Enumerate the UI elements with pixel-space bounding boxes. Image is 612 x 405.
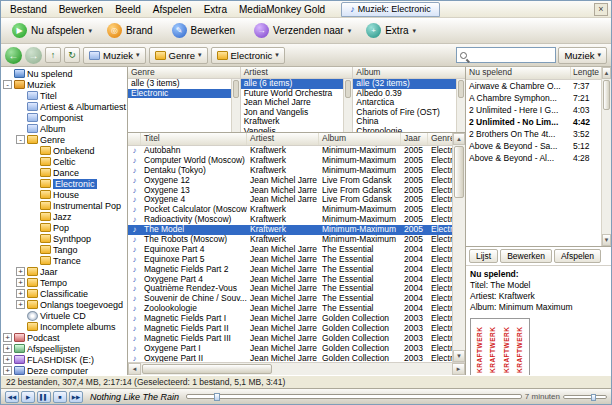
table-horizontal-scrollbar[interactable]: ◄ ► (128, 362, 465, 375)
volume-thumb[interactable] (591, 394, 596, 401)
tree-expander-icon[interactable]: + (3, 366, 12, 375)
scrollbar-thumb[interactable] (454, 146, 464, 198)
breadcrumb-dropdown[interactable]: Electronic ▾ (211, 47, 285, 64)
filter-header-artist[interactable]: Artiest (241, 67, 353, 79)
now-playing-item[interactable]: Airwave & Chambre O... 7:37 (466, 80, 601, 92)
menu-afspelen[interactable]: Afspelen (147, 3, 198, 16)
table-row[interactable]: ♪ Oxygene 4 Jean Michel Jarre Live From … (128, 195, 452, 205)
toolbar-button[interactable]: ◎ Brand (100, 20, 164, 41)
tree-item[interactable]: + Classificatie (1, 288, 127, 299)
tree-item[interactable]: Tango (1, 244, 127, 255)
scroll-down-icon[interactable]: ▼ (602, 234, 611, 246)
info-tab[interactable]: Afspelen (554, 249, 601, 263)
filter-item[interactable]: Antarctica (353, 98, 465, 108)
filter-item[interactable]: alle (32 items) (353, 79, 465, 89)
search-scope-dropdown[interactable]: Muziek ▾ (558, 47, 607, 64)
toolbar-button[interactable]: + Extra ▾ (359, 20, 423, 41)
table-row[interactable]: ♪ Quatrième Rendez-Vous Jean Michel Jarr… (128, 284, 452, 294)
scrollbar-track[interactable] (453, 199, 465, 350)
tree-expander-icon[interactable]: + (3, 355, 12, 364)
table-row[interactable]: ♪ Computer World (Moscow) Kraftwerk Mini… (128, 156, 452, 166)
scrollbar-thumb[interactable] (603, 80, 610, 110)
tree-item[interactable]: + FLASHDISK (E:) (1, 354, 127, 365)
scroll-up-icon[interactable]: ▲ (602, 67, 611, 79)
scrollbar-thumb[interactable] (233, 80, 239, 98)
tree-item[interactable]: + Tempo (1, 277, 127, 288)
filter-item[interactable]: Albedo 0.39 (353, 89, 465, 99)
tree-item[interactable]: Electronic (1, 178, 127, 189)
menu-beeld[interactable]: Beeld (109, 3, 147, 16)
tree-item[interactable]: + Onlangs toegevoegd (1, 299, 127, 310)
scrollbar-track[interactable] (273, 363, 452, 375)
table-row[interactable]: ♪ Equinoxe Part 4 Jean Michel Jarre The … (128, 245, 452, 255)
column-album[interactable]: Album (319, 133, 401, 145)
table-row[interactable]: ♪ Pocket Calculator (Moscow) Kraftwerk M… (128, 205, 452, 215)
table-row[interactable]: ♪ Oxygene 12 Jean Michel Jarre Live From… (128, 176, 452, 186)
tree-item[interactable]: Celtic (1, 156, 127, 167)
tree-item[interactable]: House (1, 189, 127, 200)
tree-item[interactable]: Titel (1, 90, 127, 101)
scrollbar-thumb[interactable] (345, 80, 351, 98)
table-row[interactable]: ♪ Zoolookologie Jean Michel Jarre The Es… (128, 304, 452, 314)
filter-item[interactable]: Jon and Vangelis (241, 108, 353, 118)
now-playing-scrollbar[interactable]: ▲ ▼ (601, 67, 611, 246)
tree-item[interactable]: + Deze computer (1, 365, 127, 375)
player-button[interactable]: ◀◀ (5, 391, 19, 403)
table-row[interactable]: ♪ Magnetic Fields Part 2 Jean Michel Jar… (128, 265, 452, 275)
now-playing-item[interactable]: Above & Beyond - Sa... 5:12 (466, 140, 601, 152)
filter-item[interactable]: Electronic (128, 89, 240, 99)
menu-bestand[interactable]: Bestand (4, 3, 53, 16)
column-artist[interactable]: Artiest (247, 133, 319, 145)
scrollbar-thumb[interactable] (458, 80, 464, 98)
volume-slider[interactable] (563, 395, 607, 399)
column-year[interactable]: Jaar (401, 133, 428, 145)
table-row[interactable]: ♪ Oxygene 13 Jean Michel Jarre Live From… (128, 186, 452, 196)
tree-item[interactable]: + Afspeellijsten (1, 343, 127, 354)
filter-item[interactable]: Chronologie (353, 127, 465, 133)
tree-item[interactable]: Artiest & Albumartiest (1, 101, 127, 112)
filter-header-album[interactable]: Album (353, 67, 465, 79)
filter-item[interactable]: Chariots of Fire (OST) (353, 108, 465, 118)
info-tab[interactable]: Lijst (469, 249, 498, 263)
filter-item[interactable]: Future World Orchestra (241, 89, 353, 99)
seek-thumb[interactable] (214, 393, 220, 401)
filter-item[interactable]: alle (6 items) (241, 79, 353, 89)
scrollbar-thumb[interactable] (142, 364, 272, 374)
filter-header-genre[interactable]: Genre (128, 67, 240, 79)
filter-item[interactable]: China (353, 117, 465, 127)
now-playing-item[interactable]: A Chambre Symphon... 7:21 (466, 92, 601, 104)
table-row[interactable]: ♪ Magnetic Fields Part II Jean Michel Ja… (128, 324, 452, 334)
tree-item[interactable]: - Muziek (1, 79, 127, 90)
tree-expander-icon[interactable]: - (3, 80, 12, 89)
tree-item[interactable]: Virtuele CD (1, 310, 127, 321)
refresh-button[interactable]: ↻ (64, 47, 80, 63)
table-row[interactable]: ♪ Radioactivity (Moscow) Kraftwerk Minim… (128, 215, 452, 225)
now-playing-item[interactable]: Above & Beyond - Al... 4:28 (466, 152, 601, 164)
tree-expander-icon[interactable]: + (16, 278, 25, 287)
menu-mediamonkey-gold[interactable]: MediaMonkey Gold (233, 3, 331, 16)
table-row[interactable]: ♪ Autobahn Kraftwerk Minimum-Maximum 200… (128, 146, 452, 156)
filter-item[interactable]: Jean Michel Jarre (241, 98, 353, 108)
table-row[interactable]: ♪ Equinoxe Part 5 Jean Michel Jarre The … (128, 255, 452, 265)
table-row[interactable]: ♪ Dentaku (Tokyo) Kraftwerk Minimum-Maxi… (128, 166, 452, 176)
collection-tab[interactable]: ♪ Muziek: Electronic (341, 2, 440, 17)
column-title[interactable]: Titel (141, 133, 247, 145)
player-button[interactable]: ■ (53, 391, 67, 403)
tree-item[interactable]: + Jaar (1, 266, 127, 277)
tree-expander-icon[interactable]: + (3, 333, 12, 342)
menu-extra[interactable]: Extra (198, 3, 233, 16)
breadcrumb-dropdown[interactable]: Muziek ▾ (83, 47, 146, 64)
now-playing-item[interactable]: 2 Brothers On The 4t... 3:52 (466, 128, 601, 140)
scroll-left-icon[interactable]: ◄ (128, 363, 141, 375)
scroll-down-icon[interactable]: ▼ (453, 350, 465, 362)
up-button[interactable]: ↑ (45, 47, 61, 63)
menu-bewerken[interactable]: Bewerken (53, 3, 109, 16)
tree-item[interactable]: Instrumental Pop (1, 200, 127, 211)
column-icon[interactable] (128, 133, 141, 145)
toolbar-button[interactable]: ✎ Bewerken (165, 20, 246, 41)
player-button[interactable]: ▌▌ (37, 391, 51, 403)
filter-item[interactable]: Kraftwerk (241, 117, 353, 127)
now-playing-title-column[interactable]: Nu spelend (466, 67, 571, 79)
album-art[interactable]: KRAFTWERK KRAFTWERK KRAFTWERK KRAFTWERK (470, 318, 530, 376)
tree-item[interactable]: Dance (1, 167, 127, 178)
